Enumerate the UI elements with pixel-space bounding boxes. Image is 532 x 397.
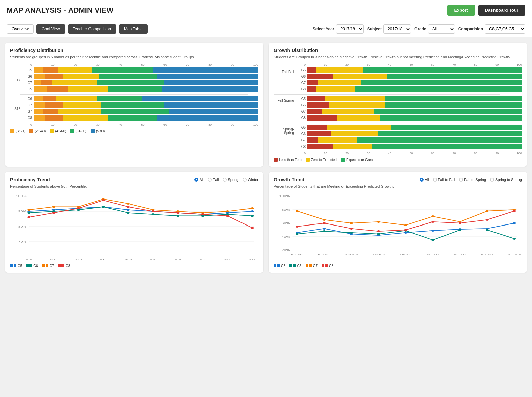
grade-dropdown[interactable]: All bbox=[428, 24, 455, 34]
radio-dot-fall-to-fall bbox=[433, 178, 437, 182]
header-buttons: Export Dashboard Tour bbox=[447, 5, 525, 16]
svg-point-39 bbox=[27, 209, 30, 211]
table-row: G5 bbox=[296, 96, 522, 101]
proficiency-trend-card: Proficiency Trend All Fall Spring Winter bbox=[5, 172, 263, 272]
table-row: G7 bbox=[296, 109, 522, 114]
svg-point-97 bbox=[323, 219, 326, 221]
tab-overview[interactable]: Overview bbox=[7, 24, 34, 34]
svg-point-101 bbox=[431, 215, 434, 217]
svg-text:100%: 100% bbox=[16, 194, 27, 198]
svg-text:F17-S18: F17-S18 bbox=[481, 253, 494, 256]
filter-grade: Grade All bbox=[414, 24, 455, 34]
table-row: G5 bbox=[22, 67, 258, 73]
radio-all[interactable]: All bbox=[194, 178, 203, 182]
radio-spring-to-spring[interactable]: Spring to Spring bbox=[490, 178, 522, 182]
tab-maptable[interactable]: Map Table bbox=[119, 24, 148, 34]
growth-dist-title: Growth Distribution bbox=[274, 48, 522, 53]
svg-text:F15: F15 bbox=[100, 258, 106, 261]
tab-goalview[interactable]: Goal View bbox=[36, 24, 65, 34]
legend-color-6180 bbox=[70, 129, 74, 133]
svg-point-92 bbox=[431, 239, 434, 241]
table-row: G8 bbox=[296, 115, 522, 121]
table-row: G8 bbox=[296, 86, 522, 92]
svg-point-109 bbox=[404, 229, 407, 231]
growth-trend-legend: G5 G6 G7 G8 bbox=[274, 264, 522, 268]
growth-dist-subtitle: Students are Grouped in 3 bands-doing Ne… bbox=[274, 55, 522, 60]
radio-winter[interactable]: Winter bbox=[243, 178, 258, 182]
legend-item: ( < 21) bbox=[10, 129, 25, 133]
table-row: G5 bbox=[296, 125, 522, 130]
spring-spring-label: Spring-Spring bbox=[274, 125, 294, 135]
fall-fall-label: Fall-Fall bbox=[274, 67, 294, 74]
legend-label-lt21: ( < 21) bbox=[16, 129, 25, 133]
radio-dot-spring bbox=[223, 178, 227, 182]
svg-point-28 bbox=[251, 210, 254, 212]
filter-subject: Subject 2017/18 bbox=[367, 24, 411, 34]
svg-point-90 bbox=[377, 233, 380, 235]
table-row: G7 bbox=[22, 109, 258, 114]
radio-fall-to-fall[interactable]: Fall to Fall bbox=[433, 178, 455, 182]
legend-item-g6: G6 bbox=[289, 264, 301, 268]
proficiency-trend-title: Proficiency Trend bbox=[10, 177, 50, 182]
legend-item: Expected or Greater bbox=[341, 158, 377, 162]
svg-text:F14-F15: F14-F15 bbox=[291, 253, 303, 256]
svg-point-50 bbox=[52, 212, 55, 214]
svg-point-51 bbox=[77, 207, 80, 209]
radio-gt-all[interactable]: All bbox=[420, 178, 429, 182]
comparision-dropdown[interactable]: G8,G7,G6,G5 bbox=[485, 24, 525, 34]
table-row: G5 bbox=[296, 67, 522, 73]
radio-dot-spring-to-spring bbox=[490, 178, 494, 182]
dashboard-tour-button[interactable]: Dashboard Tour bbox=[478, 5, 525, 16]
svg-point-88 bbox=[323, 230, 326, 232]
proficiency-dist-legend: ( < 21) (21-40) (41-60) (61-80) (> 80) bbox=[10, 129, 258, 133]
svg-point-82 bbox=[404, 232, 407, 234]
proficiency-dist-chart: 0102030405060708090100 F17 G5 bbox=[10, 63, 258, 126]
legend-color-negative bbox=[274, 158, 278, 162]
svg-point-103 bbox=[486, 210, 488, 212]
filter-comparision: Comparision G8,G7,G6,G5 bbox=[458, 24, 525, 34]
svg-text:S18: S18 bbox=[249, 258, 256, 261]
svg-point-93 bbox=[459, 229, 461, 231]
svg-point-87 bbox=[296, 233, 298, 235]
svg-text:F17: F17 bbox=[224, 258, 231, 261]
svg-point-47 bbox=[226, 210, 229, 212]
svg-point-79 bbox=[323, 228, 326, 230]
filter-select-year: Select Year 2017/18 bbox=[313, 24, 364, 34]
proficiency-dist-title: Proficiency Distribution bbox=[10, 48, 258, 53]
legend-label-4160: (41-60) bbox=[55, 129, 66, 133]
legend-item: Zero to Expected bbox=[306, 158, 337, 162]
svg-text:F15-S16: F15-S16 bbox=[318, 253, 331, 256]
comparision-label: Comparision bbox=[458, 27, 483, 31]
legend-color-4160 bbox=[50, 129, 54, 133]
table-row: G6 bbox=[296, 131, 522, 136]
svg-point-43 bbox=[127, 203, 129, 205]
svg-text:80%: 80% bbox=[282, 208, 290, 211]
tab-teachercomp[interactable]: Teacher Comparision bbox=[68, 24, 116, 34]
table-row: G6 bbox=[22, 96, 258, 101]
app-header: MAP ANALYSIS - ADMIN VIEW Export Dashboa… bbox=[0, 0, 532, 21]
growth-trend-chart: 100% 80% 60% 40% 20% F14-F15 F15-S16 S15… bbox=[274, 193, 522, 261]
radio-spring[interactable]: Spring bbox=[223, 178, 238, 182]
svg-point-48 bbox=[251, 207, 254, 209]
select-year-dropdown[interactable]: 2017/18 bbox=[336, 24, 364, 34]
growth-trend-header: Growth Trend All Fall to Fall Fall to Sp… bbox=[274, 177, 522, 182]
proficiency-trend-legend: G5 G6 G7 G8 bbox=[10, 264, 258, 268]
svg-text:40%: 40% bbox=[282, 235, 290, 238]
svg-point-111 bbox=[459, 222, 461, 224]
table-row: G7 bbox=[22, 102, 258, 108]
svg-point-54 bbox=[152, 210, 154, 212]
svg-point-89 bbox=[350, 232, 353, 234]
export-button[interactable]: Export bbox=[447, 5, 475, 16]
svg-point-53 bbox=[127, 206, 129, 208]
legend-item: (61-80) bbox=[70, 129, 86, 133]
radio-fall-to-spring[interactable]: Fall to Spring bbox=[459, 178, 486, 182]
growth-trend-radio-group: All Fall to Fall Fall to Spring Spring t… bbox=[420, 178, 522, 182]
svg-text:F17: F17 bbox=[199, 258, 206, 261]
table-row: G6 bbox=[296, 74, 522, 79]
legend-label-zero-expected: Zero to Expected bbox=[311, 158, 337, 162]
subject-dropdown[interactable]: 2017/18 bbox=[383, 24, 411, 34]
radio-dot-winter bbox=[243, 178, 247, 182]
radio-fall[interactable]: Fall bbox=[208, 178, 219, 182]
table-row: G7 bbox=[22, 80, 258, 85]
page-title: MAP ANALYSIS - ADMIN VIEW bbox=[7, 6, 113, 15]
